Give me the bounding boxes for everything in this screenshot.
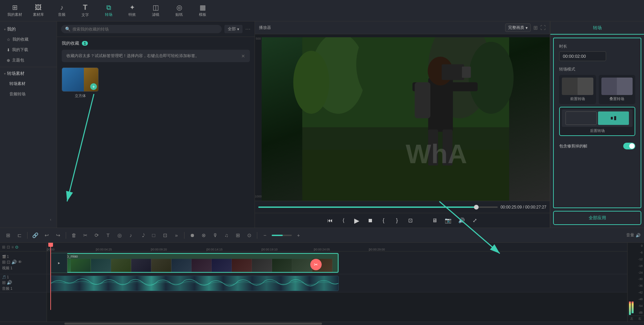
timeline-beat-btn[interactable]: ♫ (222, 231, 231, 240)
rewind-button[interactable]: ⏮ (325, 216, 335, 225)
add-to-collection-icon[interactable]: + (90, 83, 97, 90)
toolbar-material-lib[interactable]: 🖼 素材库 (28, 1, 49, 20)
waveform-clip[interactable] (50, 276, 339, 291)
left-item-theme[interactable]: ⊕ 主题包 (0, 55, 57, 65)
camera-icon[interactable]: 📷 (443, 216, 453, 225)
toolbar-my-material[interactable]: ⊞ 我的素材 (4, 1, 25, 20)
aspect-ratio-icon[interactable]: ⤢ (470, 216, 480, 225)
fullscreen-icon[interactable]: ⛶ (540, 25, 546, 31)
timeline-redo-btn[interactable]: ↪ (53, 231, 63, 240)
timeline-cut-btn[interactable]: ✂ (80, 231, 90, 240)
video-eye-icon[interactable]: 👁 (18, 260, 22, 265)
transition-icon: ⧉ (106, 4, 111, 11)
trim-toggle-switch[interactable] (623, 143, 635, 149)
timeline-layout-btn[interactable]: ⊞ (3, 231, 13, 240)
left-item-transition-material[interactable]: 转场素材 (0, 79, 57, 89)
frame-13 (292, 259, 312, 273)
timeline-more-btn[interactable]: » (172, 231, 181, 240)
tab-transition[interactable]: 转场 (550, 21, 644, 35)
zoom-out-btn[interactable]: − (260, 231, 270, 240)
timeline-audio-btn[interactable]: ♪ (126, 231, 136, 240)
toolbar-text[interactable]: T 文字 (74, 1, 96, 20)
timeline-text-btn[interactable]: T (103, 231, 113, 240)
timeline-clip-btn[interactable]: ◎ (115, 231, 124, 240)
crop-button[interactable]: ⊡ (406, 216, 415, 225)
timeline-undo-btn[interactable]: ↩ (42, 231, 51, 240)
left-item-favorites[interactable]: ☆ 我的收藏 (0, 34, 57, 45)
left-item-audio-transition[interactable]: 音频转场 (0, 89, 57, 99)
time-mark-3: 00:00:14:15 (207, 248, 223, 251)
more-options-icon[interactable]: ⋯ (245, 26, 251, 32)
scrub-track[interactable] (258, 206, 498, 208)
filter-label: 全部 (228, 26, 236, 32)
timeline-frame-btn[interactable]: □ (149, 231, 158, 240)
scrub-thumb[interactable] (474, 205, 479, 210)
ruler-controls: ⊞ ⊡ ≡ ⊙ (0, 243, 47, 251)
tip-close-button[interactable]: ✕ (241, 53, 245, 59)
ruler-side-mark-500: 500 (256, 37, 261, 40)
toolbar-transition[interactable]: ⧉ 转场 (98, 1, 119, 20)
audio-mute-icon[interactable]: 🔊 (7, 280, 12, 285)
timeline-subtitle-btn[interactable]: ⊞ (233, 231, 243, 240)
play-button[interactable]: ▶ (352, 216, 362, 225)
transition-card-cubic[interactable]: + 立方体 (62, 67, 99, 98)
toolbar-template[interactable]: ▦ 模板 (192, 1, 213, 20)
search-input[interactable] (72, 27, 218, 32)
video-copy-icon[interactable]: ⊡ (7, 260, 10, 265)
toolbar-filter[interactable]: ◫ 滤镜 (145, 1, 166, 20)
volume-icon[interactable]: 🔊 (457, 216, 466, 225)
vol-mark-30: -30 (628, 277, 644, 281)
search-input-wrap[interactable]: 🔍 (61, 25, 222, 33)
audio-lock-icon[interactable]: ⊞ (2, 280, 6, 285)
track-record-icon[interactable]: ⊙ (15, 245, 18, 249)
add-track-icon[interactable]: ⊞ (2, 245, 5, 249)
zoom-in-btn[interactable]: + (294, 231, 303, 240)
grid-view-icon[interactable]: ⊞ (533, 25, 538, 31)
left-item-downloads[interactable]: ⬇ 我的下载 (0, 45, 57, 55)
toolbar-audio[interactable]: ♪ 音频 (51, 1, 72, 20)
mode-back[interactable]: 后置转场 (559, 107, 635, 136)
time-mark-6: 00:00:29:00 (369, 248, 385, 251)
bracket-in-icon[interactable]: { (379, 216, 388, 225)
step-back-button[interactable]: ⟨ (339, 216, 348, 225)
timeline-magnet-btn[interactable]: ⊏ (15, 231, 24, 240)
h-scroll-thumb[interactable] (64, 323, 322, 325)
track-icon-2[interactable]: ⊡ (7, 245, 10, 249)
ruler-side-mark-1000: 1000 (255, 195, 262, 198)
svg-rect-12 (451, 82, 478, 91)
track-icon-3[interactable]: ≡ (11, 245, 14, 249)
timeline-shield-btn[interactable]: ⊗ (199, 231, 208, 240)
left-item-favorites-label: 我的收藏 (12, 37, 29, 42)
filter-button[interactable]: 全部 ▾ (224, 25, 243, 33)
mode-front[interactable]: 前置转场 (559, 75, 596, 104)
toolbar-effects[interactable]: ✦ 特效 (121, 1, 143, 20)
volume-icon[interactable]: 🔊 (636, 233, 641, 238)
mode-overlap[interactable]: 叠置转场 (599, 75, 636, 104)
cut-icon[interactable]: ✂ (310, 259, 322, 270)
monitor-icon[interactable]: 🖥 (430, 216, 439, 225)
h-scrollbar[interactable] (0, 322, 644, 325)
timeline-speed-btn[interactable]: ⊙ (245, 231, 254, 240)
zoom-slider[interactable] (272, 235, 292, 236)
timeline-split-btn[interactable]: ⟳ (92, 231, 101, 240)
timeline-mic-btn[interactable]: 🎙 (210, 231, 220, 240)
timeline-frame2-btn[interactable]: ⊡ (160, 231, 170, 240)
video-mute-icon[interactable]: 🔊 (11, 260, 17, 265)
download-icon: ⬇ (7, 48, 10, 52)
video-lock-icon[interactable]: ⊞ (2, 260, 6, 265)
collapse-btn[interactable]: ‹ (47, 216, 54, 223)
video-clip[interactable]: ▶ video_miao (50, 253, 339, 273)
frame-6 (151, 259, 171, 273)
bracket-out-icon[interactable]: } (392, 216, 402, 225)
apply-all-button[interactable]: 全部应用 (553, 211, 641, 225)
timeline-record-btn[interactable]: ⏺ (187, 231, 197, 240)
stop-button[interactable]: ⏹ (366, 216, 375, 225)
timeline-link-btn[interactable]: 🔗 (31, 231, 40, 240)
right-panel: 转场 时长 转场模式 前置转场 (550, 21, 644, 228)
timeline-music-btn[interactable]: 𝅘𝅥𝅮 (138, 231, 147, 240)
duration-input[interactable] (559, 51, 606, 61)
main-area: ▾ 我的 ☆ 我的收藏 ⬇ 我的下载 ⊕ 主题包 ▾ 转场素材 转场素材 音频转… (0, 21, 644, 228)
timeline-delete-btn[interactable]: 🗑 (69, 231, 78, 240)
quality-selector[interactable]: 完整画质 ▾ (505, 24, 531, 32)
toolbar-sticker[interactable]: ◎ 贴纸 (168, 1, 190, 20)
